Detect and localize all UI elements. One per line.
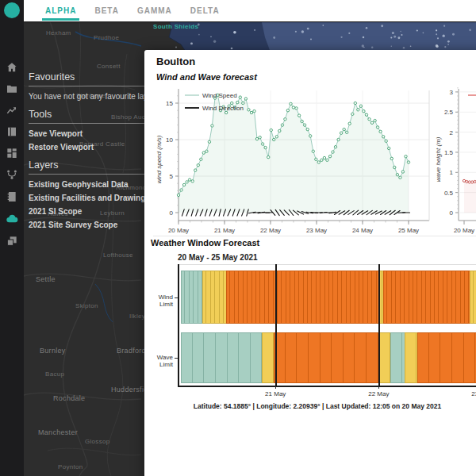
gantt-y-axis <box>178 264 179 386</box>
sidebar-rail <box>0 0 24 476</box>
address-book-icon[interactable] <box>6 190 18 203</box>
top-navigation: ALPHABETAGAMMADELTA <box>24 0 476 21</box>
windows-icon[interactable] <box>6 235 18 248</box>
map-label: Hexham <box>46 29 71 36</box>
dashboard-icon[interactable] <box>6 147 18 159</box>
svg-text:21 May: 21 May <box>214 227 235 234</box>
map-label: Ilkley <box>129 313 145 320</box>
svg-text:Wind Direction: Wind Direction <box>202 105 244 112</box>
gantt-day-label: 21 May <box>259 390 291 397</box>
gantt-row-wave-limit <box>181 332 476 383</box>
gantt-day-line <box>378 264 380 386</box>
tab-beta[interactable]: BETA <box>93 0 120 21</box>
gantt-segment-marginal <box>378 332 390 383</box>
gantt-segment-marginal <box>202 271 226 324</box>
panel-empty-text: You have not got any favourite layers ye… <box>29 92 144 101</box>
wave-height-chart: 00.511.522.53wave height (m)20 MayWave H… <box>432 83 476 238</box>
svg-text:1.5: 1.5 <box>444 149 454 156</box>
svg-text:3: 3 <box>450 89 454 96</box>
layers-panel: FavouritesYou have not got any favourite… <box>29 63 144 234</box>
gantt-segment-workable <box>181 271 202 324</box>
svg-text:22 May: 22 May <box>260 227 281 234</box>
svg-text:wave height (m): wave height (m) <box>435 136 442 182</box>
svg-text:2.5: 2.5 <box>444 109 454 116</box>
weather-window-title: Weather Window Forecast <box>151 238 259 248</box>
panel-item-2021-site-survey-scope[interactable]: 2021 Site Survey Scope <box>29 221 144 229</box>
gantt-row-label: Wave Limit <box>146 354 173 368</box>
gantt-day-tickmark <box>378 386 379 389</box>
app-logo <box>4 2 20 18</box>
journal-icon[interactable] <box>6 125 18 138</box>
gantt-day-label: 22 May <box>363 390 394 397</box>
svg-text:25 May: 25 May <box>398 227 419 234</box>
panel-section-title: Favourites <box>29 71 144 83</box>
gantt-day-tickmark <box>275 386 276 389</box>
svg-text:23 May: 23 May <box>306 227 327 234</box>
modal-subtitle: Wind and Wave forecast <box>156 72 257 82</box>
gantt-segment-marginal <box>470 271 476 324</box>
svg-text:1: 1 <box>450 169 454 176</box>
svg-text:5: 5 <box>170 173 174 180</box>
weather-window-range: 20 May - 25 May 2021 <box>178 253 258 262</box>
map-label: Bradford <box>117 347 146 355</box>
cloud-icon[interactable] <box>6 213 18 225</box>
map-label: Rochdale <box>53 394 85 402</box>
svg-text:0: 0 <box>170 209 174 217</box>
app-screen: HexhamPrudhoeConsettStanhopeBishop Auckl… <box>0 0 476 476</box>
gantt-segment-exceeded <box>417 332 476 383</box>
gantt-segment-exceeded <box>383 271 470 324</box>
svg-text:0: 0 <box>450 209 454 217</box>
svg-text:0.5: 0.5 <box>444 190 454 197</box>
gantt-segment-workable <box>181 332 262 383</box>
svg-text:Wind Speed: Wind Speed <box>202 92 237 99</box>
panel-divider <box>29 123 144 124</box>
svg-text:wind speed (m/s): wind speed (m/s) <box>155 135 163 183</box>
panel-divider <box>29 174 144 175</box>
panel-section-title: Tools <box>29 109 144 120</box>
gantt-segment-marginal <box>405 332 416 383</box>
gantt-segment-exceeded <box>226 271 378 324</box>
gantt-top-border <box>178 264 476 265</box>
gantt-row-tick <box>175 358 178 359</box>
line-chart-icon[interactable] <box>6 104 18 117</box>
folder-icon[interactable] <box>6 83 18 95</box>
wind-speed-chart: 05101520 May21 May22 May23 May24 May25 M… <box>153 83 432 238</box>
map-label: Burnley <box>40 347 66 355</box>
branch-icon[interactable] <box>6 168 18 181</box>
map-label-sea: South Shields <box>153 23 198 30</box>
nav-tabs: ALPHABETAGAMMADELTA <box>44 0 221 21</box>
map-label: Poynton <box>58 463 83 470</box>
panel-item-existing-facilities-and-drawings[interactable]: Existing Facilities and Drawings <box>29 194 144 202</box>
svg-text:15: 15 <box>166 100 173 107</box>
map-label: Manchester <box>38 428 78 436</box>
panel-item-existing-geophysical-data[interactable]: Existing Geophysical Data <box>29 180 144 189</box>
location-footer: Latitude: 54.1885° | Longitude: 2.20939°… <box>168 402 466 410</box>
home-icon[interactable] <box>6 61 18 74</box>
gantt-row-label: Wind Limit <box>146 294 173 308</box>
tab-gamma[interactable]: GAMMA <box>136 0 174 21</box>
map-label: Lofthouse <box>103 251 133 259</box>
tab-alpha[interactable]: ALPHA <box>44 0 78 21</box>
svg-text:20 May: 20 May <box>168 227 189 234</box>
svg-text:10: 10 <box>166 136 173 144</box>
gantt-day-line <box>275 264 277 386</box>
modal-title: Boulton <box>156 56 195 67</box>
map-label: Prudhoe <box>94 34 119 41</box>
panel-item-2021-si-scope[interactable]: 2021 SI Scope <box>29 207 144 216</box>
panel-section-title: Layers <box>29 159 144 171</box>
svg-text:20 May: 20 May <box>454 227 474 234</box>
gantt-row-wind-limit <box>181 271 476 324</box>
gantt-row-tick <box>175 298 178 298</box>
wave-chart-legend[interactable]: Wave Height <box>468 92 476 99</box>
map-label: Skipton <box>75 302 98 309</box>
section-divider <box>153 236 476 236</box>
map-label: Bacup <box>45 370 64 378</box>
gantt-x-axis <box>178 386 476 387</box>
panel-item-restore-viewport[interactable]: Restore Viewport <box>29 143 144 152</box>
svg-text:24 May: 24 May <box>352 227 373 234</box>
tab-delta[interactable]: DELTA <box>189 0 221 21</box>
map-label: Glossop <box>85 438 109 445</box>
gantt-segment-workable <box>390 332 405 383</box>
panel-divider <box>29 86 144 86</box>
panel-item-save-viewport[interactable]: Save Viewport <box>29 129 144 138</box>
